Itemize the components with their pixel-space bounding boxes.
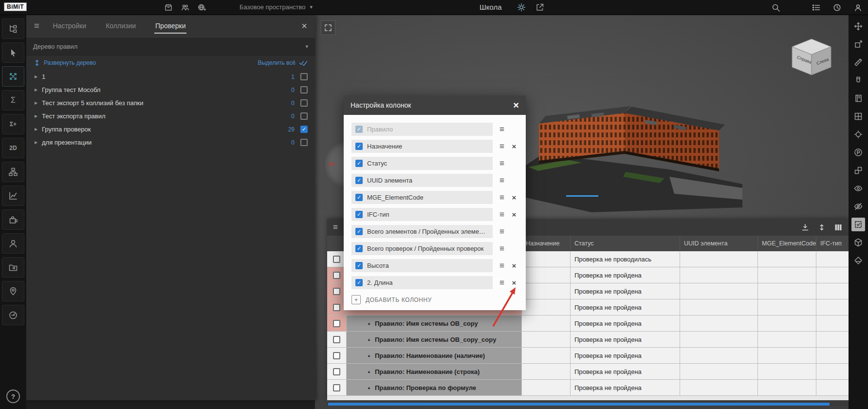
tab-collisions[interactable]: Коллизии [106, 15, 136, 37]
collisions-icon[interactable] [2, 66, 24, 87]
table-menu-icon[interactable]: ≡ [333, 223, 338, 232]
shared-folder-icon[interactable] [2, 257, 24, 278]
list-icon[interactable] [812, 3, 820, 12]
cube-view-icon[interactable] [851, 236, 865, 249]
tree-item-checkbox[interactable] [300, 139, 308, 146]
project-settings-gear-icon[interactable] [517, 3, 526, 12]
tree-item-checkbox[interactable] [300, 99, 308, 107]
clip-plane-icon[interactable] [851, 254, 865, 267]
user-icon[interactable] [2, 233, 24, 254]
tree-item-checkbox[interactable] [300, 86, 308, 93]
grid-icon[interactable] [851, 110, 865, 123]
rules-tree-selector[interactable]: Дерево правил ▾ [26, 37, 315, 56]
drag-handle-icon[interactable]: ≡ [496, 261, 508, 271]
rule-name-cell[interactable]: ▲Правило: Наименование (строка) [347, 364, 522, 379]
drag-handle-icon[interactable]: ≡ [496, 159, 508, 168]
drag-handle-icon[interactable]: ≡ [496, 227, 508, 237]
expand-caret-icon[interactable]: ▶ [35, 74, 42, 79]
row-checkbox[interactable] [333, 304, 340, 311]
tree-item-checkbox[interactable]: ✓ [300, 126, 308, 133]
row-checkbox[interactable] [333, 384, 340, 391]
column-checkbox[interactable]: ✓ [355, 143, 363, 150]
remove-column-icon[interactable]: × [509, 193, 519, 202]
scrollbar-thumb[interactable] [328, 403, 830, 406]
expand-caret-icon[interactable]: ▶ [35, 88, 42, 92]
column-checkbox[interactable]: ✓ [355, 211, 363, 218]
magnet-icon[interactable] [851, 74, 865, 87]
row-checkbox[interactable] [333, 368, 340, 375]
drag-handle-icon[interactable]: ≡ [496, 176, 508, 186]
rule-name-cell[interactable]: ▲Правило: Имя системы ОВ_copy_copy [347, 332, 522, 347]
column-checkbox[interactable]: ✓ [355, 245, 363, 252]
tree-item[interactable]: ▶ Тест экспорт 5 коллизий без папки 0 [26, 96, 315, 110]
remove-column-icon[interactable]: × [509, 279, 519, 287]
expand-caret-icon[interactable]: ▶ [35, 127, 42, 131]
share-icon[interactable] [536, 3, 544, 12]
plugins-icon[interactable] [2, 209, 24, 230]
column-checkbox[interactable]: ✓ [355, 194, 363, 201]
show-eye-icon[interactable] [851, 182, 865, 195]
remove-column-icon[interactable]: × [509, 210, 519, 219]
workspace-selector[interactable]: Базовое пространство ▾ [240, 3, 313, 11]
navigation-cube[interactable]: Справа Слева [789, 37, 834, 80]
drag-handle-icon[interactable]: ≡ [496, 142, 508, 151]
search-icon[interactable] [772, 3, 780, 12]
collapse-caret-icon[interactable]: ▲ [367, 321, 371, 326]
rule-name-cell[interactable]: ▲Правило: Наименование (наличие) [347, 348, 522, 363]
collapse-caret-icon[interactable]: ▲ [367, 337, 371, 342]
sum-icon[interactable]: Σ [2, 90, 24, 111]
row-checkbox[interactable] [333, 320, 340, 327]
hierarchy-icon[interactable] [2, 162, 24, 182]
collapse-caret-icon[interactable]: ▲ [367, 353, 371, 358]
package-icon[interactable] [165, 3, 172, 11]
collapse-caret-icon[interactable]: ▲ [367, 386, 371, 390]
expand-caret-icon[interactable]: ▶ [35, 140, 42, 145]
model-structure-icon[interactable] [2, 19, 24, 39]
tree-item[interactable]: ▶ 1 1 [26, 70, 315, 83]
rule-name-cell[interactable]: ▲Правило: Имя системы ОВ_copy [347, 316, 522, 331]
account-icon[interactable] [854, 3, 862, 12]
collapse-caret-icon[interactable]: ▲ [367, 370, 371, 374]
row-checkbox[interactable] [333, 256, 340, 263]
column-checkbox[interactable]: ✓ [355, 262, 363, 269]
fullscreen-icon[interactable] [321, 20, 335, 35]
panel-menu-icon[interactable]: ≡ [34, 21, 39, 31]
pan-icon[interactable] [851, 19, 865, 33]
help-icon[interactable]: ? [6, 390, 20, 403]
tree-item-checkbox[interactable] [300, 112, 308, 120]
select-cursor-icon[interactable] [2, 42, 24, 63]
properties-icon[interactable] [851, 146, 865, 159]
dashboard-icon[interactable] [2, 305, 24, 325]
hide-eye-icon[interactable] [851, 200, 865, 213]
column-checkbox[interactable]: ✓ [355, 279, 363, 286]
tree-item[interactable]: ▶ Тест экспорта правил 0 [26, 110, 315, 123]
assembly-icon[interactable] [851, 164, 865, 177]
user-pin-icon[interactable] [2, 281, 24, 301]
row-checkbox[interactable] [333, 352, 340, 359]
globe-add-icon[interactable] [198, 3, 206, 11]
remove-column-icon[interactable]: × [509, 261, 519, 270]
expand-rows-icon[interactable] [817, 223, 826, 232]
focus-icon[interactable] [851, 128, 865, 141]
tab-settings[interactable]: Настройки [53, 15, 87, 37]
row-checkbox[interactable] [333, 336, 340, 343]
tree-item[interactable]: ▶ для презентации 0 [26, 136, 315, 149]
table-horizontal-scrollbar[interactable] [327, 402, 849, 406]
team-icon[interactable] [181, 3, 189, 11]
row-checkbox[interactable] [333, 288, 340, 295]
expand-caret-icon[interactable]: ▶ [35, 101, 42, 105]
tab-checks[interactable]: Проверки [155, 15, 185, 37]
history-icon[interactable] [833, 3, 841, 12]
remove-column-icon[interactable]: × [509, 142, 519, 150]
tree-item[interactable]: ▶ Группа тест Мособл 0 [26, 83, 315, 96]
analytics-icon[interactable] [2, 186, 24, 206]
drag-handle-icon[interactable]: ≡ [496, 193, 508, 203]
expand-caret-icon[interactable]: ▶ [35, 114, 42, 118]
sum-plus-icon[interactable]: Σ+ [2, 114, 24, 134]
rule-name-cell[interactable]: ▲Правило: Проверка по формуле [347, 380, 522, 395]
drag-handle-icon[interactable]: ≡ [496, 210, 508, 220]
add-column-button[interactable]: + ДОБАВИТЬ КОЛОННУ [351, 295, 432, 304]
modal-close-icon[interactable]: × [513, 100, 519, 110]
columns-settings-icon[interactable] [834, 223, 843, 232]
column-checkbox[interactable]: ✓ [355, 228, 363, 235]
